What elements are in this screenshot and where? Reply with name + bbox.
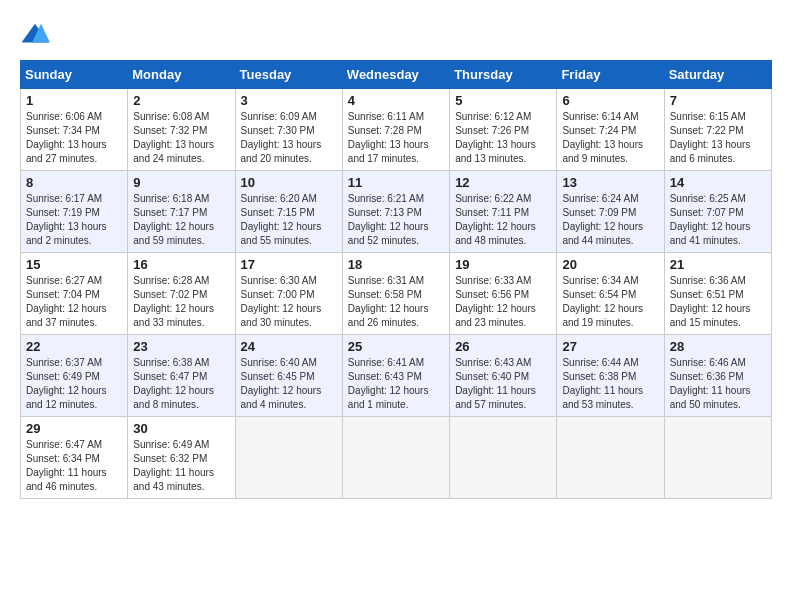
calendar-cell — [664, 417, 771, 499]
calendar-cell: 18Sunrise: 6:31 AMSunset: 6:58 PMDayligh… — [342, 253, 449, 335]
day-info: Sunrise: 6:37 AMSunset: 6:49 PMDaylight:… — [26, 356, 122, 412]
day-number: 21 — [670, 257, 766, 272]
day-info: Sunrise: 6:12 AMSunset: 7:26 PMDaylight:… — [455, 110, 551, 166]
calendar-cell: 11Sunrise: 6:21 AMSunset: 7:13 PMDayligh… — [342, 171, 449, 253]
logo — [20, 20, 54, 50]
calendar-cell: 17Sunrise: 6:30 AMSunset: 7:00 PMDayligh… — [235, 253, 342, 335]
day-info: Sunrise: 6:20 AMSunset: 7:15 PMDaylight:… — [241, 192, 337, 248]
day-number: 17 — [241, 257, 337, 272]
day-number: 20 — [562, 257, 658, 272]
page-header — [20, 20, 772, 50]
col-header-wednesday: Wednesday — [342, 61, 449, 89]
col-header-friday: Friday — [557, 61, 664, 89]
calendar-week-row: 8Sunrise: 6:17 AMSunset: 7:19 PMDaylight… — [21, 171, 772, 253]
day-info: Sunrise: 6:21 AMSunset: 7:13 PMDaylight:… — [348, 192, 444, 248]
calendar-week-row: 15Sunrise: 6:27 AMSunset: 7:04 PMDayligh… — [21, 253, 772, 335]
calendar-week-row: 29Sunrise: 6:47 AMSunset: 6:34 PMDayligh… — [21, 417, 772, 499]
day-info: Sunrise: 6:14 AMSunset: 7:24 PMDaylight:… — [562, 110, 658, 166]
col-header-monday: Monday — [128, 61, 235, 89]
day-number: 13 — [562, 175, 658, 190]
calendar-cell: 22Sunrise: 6:37 AMSunset: 6:49 PMDayligh… — [21, 335, 128, 417]
calendar-cell: 5Sunrise: 6:12 AMSunset: 7:26 PMDaylight… — [450, 89, 557, 171]
day-number: 26 — [455, 339, 551, 354]
day-number: 22 — [26, 339, 122, 354]
calendar-cell: 28Sunrise: 6:46 AMSunset: 6:36 PMDayligh… — [664, 335, 771, 417]
calendar-cell: 6Sunrise: 6:14 AMSunset: 7:24 PMDaylight… — [557, 89, 664, 171]
day-number: 11 — [348, 175, 444, 190]
day-number: 8 — [26, 175, 122, 190]
day-number: 4 — [348, 93, 444, 108]
day-info: Sunrise: 6:25 AMSunset: 7:07 PMDaylight:… — [670, 192, 766, 248]
calendar-cell: 2Sunrise: 6:08 AMSunset: 7:32 PMDaylight… — [128, 89, 235, 171]
day-number: 27 — [562, 339, 658, 354]
calendar-cell: 12Sunrise: 6:22 AMSunset: 7:11 PMDayligh… — [450, 171, 557, 253]
calendar-header-row: SundayMondayTuesdayWednesdayThursdayFrid… — [21, 61, 772, 89]
day-number: 12 — [455, 175, 551, 190]
day-info: Sunrise: 6:41 AMSunset: 6:43 PMDaylight:… — [348, 356, 444, 412]
day-number: 30 — [133, 421, 229, 436]
calendar-cell: 29Sunrise: 6:47 AMSunset: 6:34 PMDayligh… — [21, 417, 128, 499]
calendar-cell: 19Sunrise: 6:33 AMSunset: 6:56 PMDayligh… — [450, 253, 557, 335]
day-info: Sunrise: 6:06 AMSunset: 7:34 PMDaylight:… — [26, 110, 122, 166]
day-number: 15 — [26, 257, 122, 272]
col-header-thursday: Thursday — [450, 61, 557, 89]
day-info: Sunrise: 6:36 AMSunset: 6:51 PMDaylight:… — [670, 274, 766, 330]
calendar-cell: 21Sunrise: 6:36 AMSunset: 6:51 PMDayligh… — [664, 253, 771, 335]
day-number: 7 — [670, 93, 766, 108]
calendar-cell — [235, 417, 342, 499]
calendar-cell — [450, 417, 557, 499]
day-number: 6 — [562, 93, 658, 108]
calendar-cell: 26Sunrise: 6:43 AMSunset: 6:40 PMDayligh… — [450, 335, 557, 417]
calendar-cell: 13Sunrise: 6:24 AMSunset: 7:09 PMDayligh… — [557, 171, 664, 253]
day-number: 9 — [133, 175, 229, 190]
day-info: Sunrise: 6:44 AMSunset: 6:38 PMDaylight:… — [562, 356, 658, 412]
day-info: Sunrise: 6:22 AMSunset: 7:11 PMDaylight:… — [455, 192, 551, 248]
day-info: Sunrise: 6:27 AMSunset: 7:04 PMDaylight:… — [26, 274, 122, 330]
logo-icon — [20, 20, 50, 50]
calendar-cell: 30Sunrise: 6:49 AMSunset: 6:32 PMDayligh… — [128, 417, 235, 499]
day-number: 10 — [241, 175, 337, 190]
col-header-tuesday: Tuesday — [235, 61, 342, 89]
day-info: Sunrise: 6:31 AMSunset: 6:58 PMDaylight:… — [348, 274, 444, 330]
calendar-cell: 10Sunrise: 6:20 AMSunset: 7:15 PMDayligh… — [235, 171, 342, 253]
day-info: Sunrise: 6:17 AMSunset: 7:19 PMDaylight:… — [26, 192, 122, 248]
day-info: Sunrise: 6:49 AMSunset: 6:32 PMDaylight:… — [133, 438, 229, 494]
calendar-cell — [557, 417, 664, 499]
day-number: 29 — [26, 421, 122, 436]
calendar-cell: 4Sunrise: 6:11 AMSunset: 7:28 PMDaylight… — [342, 89, 449, 171]
calendar-week-row: 22Sunrise: 6:37 AMSunset: 6:49 PMDayligh… — [21, 335, 772, 417]
day-info: Sunrise: 6:15 AMSunset: 7:22 PMDaylight:… — [670, 110, 766, 166]
calendar-cell: 23Sunrise: 6:38 AMSunset: 6:47 PMDayligh… — [128, 335, 235, 417]
day-info: Sunrise: 6:30 AMSunset: 7:00 PMDaylight:… — [241, 274, 337, 330]
day-number: 1 — [26, 93, 122, 108]
day-info: Sunrise: 6:40 AMSunset: 6:45 PMDaylight:… — [241, 356, 337, 412]
day-number: 25 — [348, 339, 444, 354]
day-number: 24 — [241, 339, 337, 354]
day-number: 3 — [241, 93, 337, 108]
day-number: 19 — [455, 257, 551, 272]
calendar-cell: 3Sunrise: 6:09 AMSunset: 7:30 PMDaylight… — [235, 89, 342, 171]
calendar-week-row: 1Sunrise: 6:06 AMSunset: 7:34 PMDaylight… — [21, 89, 772, 171]
day-number: 2 — [133, 93, 229, 108]
calendar-cell: 7Sunrise: 6:15 AMSunset: 7:22 PMDaylight… — [664, 89, 771, 171]
col-header-saturday: Saturday — [664, 61, 771, 89]
calendar-cell: 27Sunrise: 6:44 AMSunset: 6:38 PMDayligh… — [557, 335, 664, 417]
calendar-table: SundayMondayTuesdayWednesdayThursdayFrid… — [20, 60, 772, 499]
calendar-cell: 16Sunrise: 6:28 AMSunset: 7:02 PMDayligh… — [128, 253, 235, 335]
calendar-cell: 14Sunrise: 6:25 AMSunset: 7:07 PMDayligh… — [664, 171, 771, 253]
calendar-cell: 9Sunrise: 6:18 AMSunset: 7:17 PMDaylight… — [128, 171, 235, 253]
calendar-cell: 20Sunrise: 6:34 AMSunset: 6:54 PMDayligh… — [557, 253, 664, 335]
day-info: Sunrise: 6:38 AMSunset: 6:47 PMDaylight:… — [133, 356, 229, 412]
calendar-cell: 24Sunrise: 6:40 AMSunset: 6:45 PMDayligh… — [235, 335, 342, 417]
day-info: Sunrise: 6:28 AMSunset: 7:02 PMDaylight:… — [133, 274, 229, 330]
calendar-cell: 15Sunrise: 6:27 AMSunset: 7:04 PMDayligh… — [21, 253, 128, 335]
day-number: 18 — [348, 257, 444, 272]
day-info: Sunrise: 6:46 AMSunset: 6:36 PMDaylight:… — [670, 356, 766, 412]
day-info: Sunrise: 6:33 AMSunset: 6:56 PMDaylight:… — [455, 274, 551, 330]
calendar-cell: 1Sunrise: 6:06 AMSunset: 7:34 PMDaylight… — [21, 89, 128, 171]
calendar-cell — [342, 417, 449, 499]
day-number: 28 — [670, 339, 766, 354]
col-header-sunday: Sunday — [21, 61, 128, 89]
calendar-cell: 8Sunrise: 6:17 AMSunset: 7:19 PMDaylight… — [21, 171, 128, 253]
day-number: 14 — [670, 175, 766, 190]
